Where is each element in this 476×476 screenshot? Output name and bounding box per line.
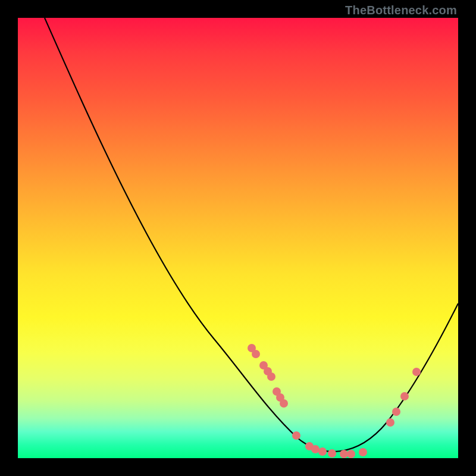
watermark-text: TheBottleneck.com <box>345 4 457 17</box>
curve-marker <box>359 448 367 456</box>
curve-marker <box>267 372 275 381</box>
curve-markers <box>248 344 421 458</box>
curve-marker <box>347 450 355 458</box>
curve-marker <box>280 399 288 408</box>
curve-marker <box>412 368 421 376</box>
bottleneck-curve <box>45 18 458 452</box>
curve-marker <box>318 447 327 456</box>
curve-marker <box>292 431 300 440</box>
curve-marker <box>340 450 348 458</box>
curve-marker <box>311 445 320 453</box>
curve-svg <box>18 18 458 458</box>
curve-marker <box>392 408 400 416</box>
chart-area <box>18 18 458 458</box>
curve-marker <box>252 350 260 358</box>
curve-marker <box>386 418 394 427</box>
curve-marker <box>328 449 336 458</box>
curve-marker <box>400 392 409 400</box>
